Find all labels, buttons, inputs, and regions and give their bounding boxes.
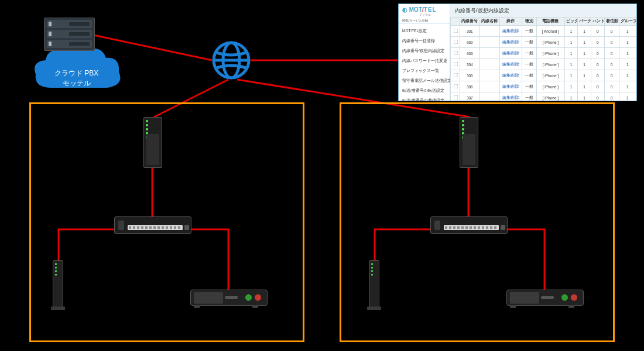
edit-link[interactable]: 編集/削除 [499,48,522,59]
group: 1 [619,37,636,48]
menu-item[interactable]: プレフィックス一覧 [399,66,450,76]
edit-link[interactable]: 編集/削除 [499,92,522,102]
hunt: 0 [591,81,604,92]
col-header: ピック [564,18,578,26]
row-checkbox[interactable] [451,81,460,92]
pick: 1 [564,81,578,92]
order: 0 [604,59,619,70]
edit-link[interactable]: 編集/削除 [499,70,522,81]
ext-number: 302 [460,37,479,48]
menu-item[interactable]: MOT/TEL設定 [399,26,450,36]
ext-type: 一般 [522,70,537,81]
hunt: 0 [591,26,604,37]
pick: 1 [564,48,578,59]
col-header: パーク [578,18,591,26]
device-type: [ iPhone ] [537,48,565,59]
ext-number: 307 [460,92,479,102]
row-checkbox[interactable] [451,48,460,59]
ext-name [479,70,499,81]
col-header: 電話機種 [537,18,565,26]
switch-icon [114,216,191,234]
cloud-label-1: クラウド PBX [54,69,98,77]
hunt: 0 [591,37,604,48]
edit-link[interactable]: 編集/削除 [499,37,522,48]
park: 1 [578,92,591,102]
ext-name [479,81,499,92]
router-icon [460,117,478,168]
ext-number: 304 [460,59,479,70]
admin-menu: MOT/TEL設定内線番号一括登録内線番号/仮想内線設定内線パスワード一括変更プ… [399,24,450,101]
menu-item[interactable]: 内線パスワード一括変更 [399,56,450,66]
order: 0 [604,92,619,102]
group: 1 [619,81,636,92]
ext-number: 301 [460,26,479,37]
park: 1 [578,70,591,81]
brand-logo: ◐ MOT/TEL モッテル 0001(サービス名称) [399,4,450,24]
router-icon [143,117,162,168]
device-type: [ iPhone ] [537,92,565,102]
pick: 1 [564,70,578,81]
row-checkbox[interactable] [451,26,460,37]
cloud-pbx: クラウド PBX モッテル [31,44,122,99]
park: 1 [578,37,591,48]
edit-link[interactable]: 編集/削除 [499,26,522,37]
ext-type: 一般 [522,81,537,92]
park: 1 [578,81,591,92]
row-checkbox[interactable] [451,37,460,48]
admin-sidebar: ◐ MOT/TEL モッテル 0001(サービス名称) MOT/TEL設定内線番… [399,4,450,101]
col-header [451,18,460,26]
device-type: [ iPhone ] [537,37,565,48]
park: 1 [578,26,591,37]
col-header: 内線番号 [460,18,479,26]
ext-name [479,26,499,37]
col-header: 種別 [522,18,537,26]
ext-type: 一般 [522,59,537,70]
group: 1 [619,48,636,59]
appliance-icon [190,290,268,306]
edit-link[interactable]: 編集/削除 [499,81,522,92]
menu-item[interactable]: 内線番号一括登録 [399,36,450,46]
row-checkbox[interactable] [451,92,460,102]
group: 1 [619,59,636,70]
pick: 1 [564,26,578,37]
brand-tel: TEL [424,6,437,13]
ext-name [479,59,499,70]
table-row: 305編集/削除一般[ iPhone ]11001 [451,70,636,81]
menu-item[interactable]: 転送/着番号の着信設定 [399,96,450,101]
ext-name [479,92,499,102]
row-checkbox[interactable] [451,70,460,81]
device-type: [ Android ] [537,26,565,37]
hunt: 0 [591,92,604,102]
group: 1 [619,26,636,37]
appliance-icon [506,290,584,306]
order: 0 [604,48,619,59]
order: 0 [604,81,619,92]
pick: 1 [564,59,578,70]
menu-item[interactable]: 内線番号/仮想内線設定 [399,46,450,56]
col-header: 着信順 [604,18,619,26]
group: 1 [619,92,636,102]
hunt: 0 [591,48,604,59]
menu-item[interactable]: 留守番電話メール送信設定 [399,76,450,86]
edit-link[interactable]: 編集/削除 [499,59,522,70]
pick: 1 [564,37,578,48]
hunt: 0 [591,70,604,81]
park: 1 [578,48,591,59]
table-row: 304編集/削除一般[ iPhone ]11001 [451,59,636,70]
order: 0 [604,26,619,37]
device-type: [ iPhone ] [537,70,565,81]
col-header: ハント [591,18,604,26]
table-row: 302編集/削除一般[ iPhone ]11001 [451,37,636,48]
table-row: 306編集/削除一般[ iPhone ]11001 [451,81,636,92]
row-checkbox[interactable] [451,59,460,70]
brand-dot: ◐ [402,6,407,13]
group: 1 [619,70,636,81]
menu-item[interactable]: 転送/着番号の転送設定 [399,86,450,96]
col-header: 操作 [499,18,522,26]
ext-name [479,48,499,59]
ext-type: 一般 [522,48,537,59]
order: 0 [604,37,619,48]
park: 1 [578,59,591,70]
server-rack-icon [44,18,95,51]
service-label: 0001(サービス名称) [402,19,447,22]
